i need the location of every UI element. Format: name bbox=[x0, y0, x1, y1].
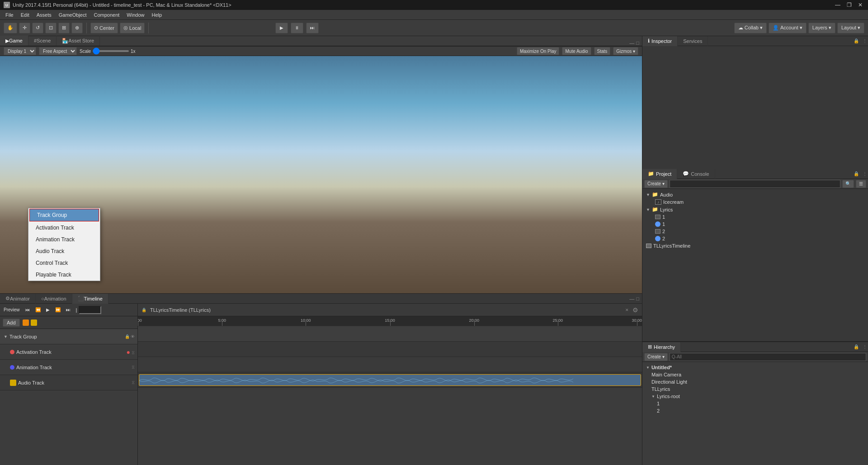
project-folder-audio[interactable]: ▼ 📁 Audio bbox=[642, 191, 868, 198]
collab-button[interactable]: ☁ Collab ▾ bbox=[734, 23, 767, 33]
tl-prev-button[interactable]: ⏪ bbox=[33, 306, 42, 313]
rotate-tool-button[interactable]: ↺ bbox=[32, 23, 43, 33]
tl-last-button[interactable]: ⏭ bbox=[64, 306, 72, 313]
hier-item-2[interactable]: 2 bbox=[642, 407, 868, 414]
tab-timeline[interactable]: ⬛ Timeline bbox=[72, 294, 108, 304]
project-filter-button[interactable]: ☰ bbox=[856, 180, 866, 188]
menu-assets[interactable]: Assets bbox=[33, 11, 55, 19]
project-item-1a[interactable]: 1 bbox=[642, 213, 868, 221]
scale-tool-button[interactable]: ⊡ bbox=[45, 23, 57, 33]
hier-item-tllyrics[interactable]: TLLyrics bbox=[642, 385, 868, 393]
hier-item-main-camera[interactable]: Main Camera bbox=[642, 371, 868, 378]
gizmos-button[interactable]: Gizmos ▾ bbox=[613, 47, 638, 55]
tl-close-tab-icon[interactable]: ✕ bbox=[625, 308, 629, 312]
tl-maximize-icon[interactable]: □ bbox=[636, 296, 639, 301]
project-item-2b[interactable]: 2 bbox=[642, 235, 868, 242]
tab-scene[interactable]: # Scene bbox=[28, 36, 57, 46]
hierarchy-more-icon[interactable]: ⋮ bbox=[862, 343, 868, 350]
dropdown-item-animation-track[interactable]: Animation Track bbox=[28, 234, 100, 245]
pause-button[interactable]: ⏸ bbox=[291, 23, 303, 33]
inspector-more-icon[interactable]: ⋮ bbox=[862, 38, 868, 44]
tab-hierarchy[interactable]: ⊞ Hierarchy bbox=[642, 342, 681, 352]
menu-help[interactable]: Help bbox=[148, 11, 165, 19]
pivot-center-button[interactable]: ⊙ Center bbox=[90, 23, 118, 33]
hier-item-1[interactable]: 1 bbox=[642, 400, 868, 407]
hier-item-directional-light[interactable]: Directional Light bbox=[642, 378, 868, 385]
aspect-select[interactable]: Free Aspect bbox=[39, 47, 77, 55]
dropdown-item-control-track[interactable]: Control Track bbox=[28, 257, 100, 269]
dropdown-item-playable-track[interactable]: Playable Track bbox=[28, 269, 100, 281]
tl-first-button[interactable]: ⏮ bbox=[24, 306, 32, 313]
hier-item-lyrics-root[interactable]: ▼ Lyrics-root bbox=[642, 393, 868, 400]
track-row-activation[interactable]: Activation Track ● ⧖ bbox=[0, 344, 137, 360]
audio-clip[interactable] bbox=[139, 374, 641, 386]
inspector-panel bbox=[642, 46, 868, 169]
tl-minimize-icon[interactable]: — bbox=[629, 296, 634, 301]
track-vis-button[interactable]: 👁 bbox=[131, 334, 135, 339]
tl-play-button[interactable]: ▶ bbox=[44, 306, 52, 313]
hierarchy-search-input[interactable] bbox=[670, 353, 866, 361]
project-lock-icon[interactable]: 🔒 bbox=[853, 170, 860, 177]
dropdown-item-audio-track[interactable]: Audio Track bbox=[28, 245, 100, 257]
tl-add-button[interactable]: Add bbox=[3, 319, 20, 327]
tab-asset-store[interactable]: 🏪 Asset Store bbox=[57, 36, 100, 46]
layers-button[interactable]: Layers ▾ bbox=[808, 23, 835, 33]
maximize-button[interactable]: ❐ bbox=[845, 2, 854, 8]
project-item-1b[interactable]: 1 bbox=[642, 221, 868, 228]
tl-next-button[interactable]: ⏩ bbox=[53, 306, 62, 313]
play-button[interactable]: ▶ bbox=[275, 23, 288, 33]
tl-settings-button[interactable]: ⚙ bbox=[632, 306, 638, 314]
project-more-icon[interactable]: ⋮ bbox=[862, 170, 868, 177]
tab-animation[interactable]: ○ Animation bbox=[36, 294, 72, 304]
tab-game[interactable]: ▶ Game bbox=[0, 36, 28, 46]
inspector-lock-icon[interactable]: 🔒 bbox=[853, 38, 860, 44]
project-search-button[interactable]: 🔍 bbox=[842, 180, 854, 188]
track-lock-button[interactable]: 🔒 bbox=[125, 334, 130, 339]
dropdown-item-track-group[interactable]: Track Group bbox=[29, 209, 99, 221]
multi-tool-button[interactable]: ⊕ bbox=[71, 23, 83, 33]
stats-button[interactable]: Stats bbox=[594, 47, 611, 55]
track-row-animation[interactable]: Animation Track ⧖ bbox=[0, 360, 137, 375]
layout-button[interactable]: Layout ▾ bbox=[837, 23, 864, 33]
account-button[interactable]: 👤 Account ▾ bbox=[769, 23, 807, 33]
tab-services[interactable]: Services bbox=[678, 36, 708, 46]
activation-icon bbox=[10, 350, 14, 354]
move-tool-button[interactable]: ✛ bbox=[19, 23, 30, 33]
timeline-ruler[interactable]: 0:00 5:00 10:00 15:00 20:00 25:00 30:00 bbox=[138, 316, 642, 326]
hier-item-untitled[interactable]: ▼ Untitled* bbox=[642, 364, 868, 371]
maximize-on-play-button[interactable]: Maximize On Play bbox=[517, 47, 560, 55]
menu-edit[interactable]: Edit bbox=[17, 11, 33, 19]
track-row-audio[interactable]: Audio Track ⧖ bbox=[0, 375, 137, 390]
minimize-button[interactable]: — bbox=[833, 2, 842, 8]
project-item-icecream[interactable]: ♪ Icecream bbox=[642, 198, 868, 206]
tab-animator[interactable]: ⚙ Animator bbox=[0, 294, 36, 304]
track-row-group[interactable]: ▼ Track Group 🔒 👁 bbox=[0, 329, 137, 344]
tl-preview-button[interactable]: Preview bbox=[2, 306, 22, 313]
project-folder-lyrics[interactable]: ▼ 📁 Lyrics bbox=[642, 206, 868, 213]
hand-tool-button[interactable]: ✋ bbox=[4, 23, 17, 33]
pivot-local-button[interactable]: ◎ Local bbox=[120, 23, 145, 33]
project-item-timeline[interactable]: TLLyricsTimeline bbox=[642, 242, 868, 249]
project-create-button[interactable]: Create ▾ bbox=[644, 180, 668, 188]
project-search-input[interactable] bbox=[670, 180, 840, 188]
display-select[interactable]: Display 1 bbox=[4, 47, 36, 55]
tab-inspector[interactable]: ℹ Inspector bbox=[642, 36, 678, 46]
scale-slider[interactable] bbox=[93, 50, 129, 52]
mute-audio-button[interactable]: Mute Audio bbox=[562, 47, 591, 55]
maximize-panel-icon[interactable]: □ bbox=[636, 40, 639, 46]
menu-window[interactable]: Window bbox=[123, 11, 148, 19]
hierarchy-lock-icon[interactable]: 🔒 bbox=[853, 343, 860, 350]
project-item-2a[interactable]: 2 bbox=[642, 228, 868, 235]
hierarchy-create-button[interactable]: Create ▾ bbox=[644, 353, 668, 361]
menu-component[interactable]: Component bbox=[90, 11, 123, 19]
tab-project[interactable]: 📁 Project bbox=[642, 169, 677, 179]
dropdown-item-activation-track[interactable]: Activation Track bbox=[28, 222, 100, 234]
tab-console[interactable]: 💬 Console bbox=[677, 169, 715, 179]
minimize-panel-icon[interactable]: — bbox=[629, 40, 634, 46]
menu-gameobject[interactable]: GameObject bbox=[55, 11, 90, 19]
menu-file[interactable]: File bbox=[2, 11, 17, 19]
tl-timecode-input[interactable]: 0:00 bbox=[79, 306, 101, 314]
step-button[interactable]: ⏭ bbox=[306, 23, 319, 33]
close-button[interactable]: ✕ bbox=[856, 2, 864, 8]
rect-tool-button[interactable]: ⊞ bbox=[58, 23, 70, 33]
